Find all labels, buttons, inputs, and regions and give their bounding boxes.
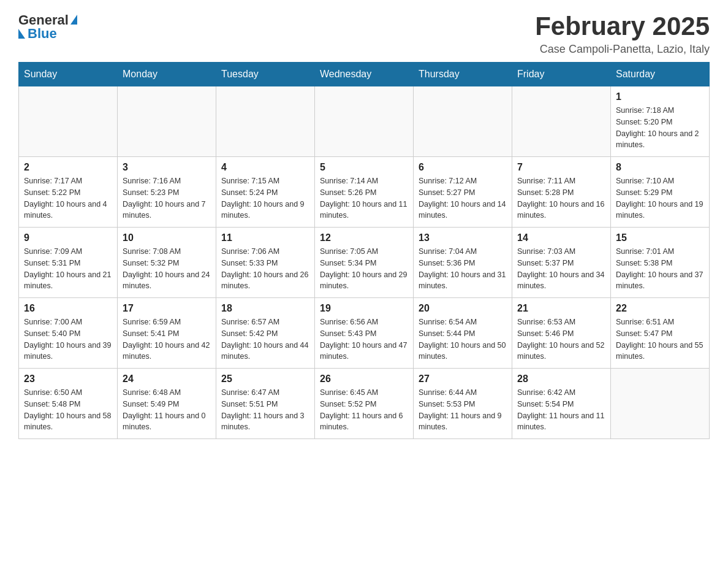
calendar-cell: 8Sunrise: 7:10 AM Sunset: 5:29 PM Daylig…	[611, 157, 710, 228]
day-info: Sunrise: 7:03 AM Sunset: 5:37 PM Dayligh…	[517, 246, 605, 292]
day-number: 7	[517, 162, 605, 173]
day-number: 10	[123, 232, 211, 243]
weekday-header-wednesday: Wednesday	[315, 63, 414, 86]
calendar-cell	[414, 86, 512, 157]
calendar-cell: 28Sunrise: 6:42 AM Sunset: 5:54 PM Dayli…	[512, 369, 611, 439]
calendar-cell	[315, 86, 414, 157]
calendar-cell: 17Sunrise: 6:59 AM Sunset: 5:41 PM Dayli…	[118, 298, 216, 369]
calendar-cell: 3Sunrise: 7:16 AM Sunset: 5:23 PM Daylig…	[118, 157, 216, 228]
calendar-cell: 10Sunrise: 7:08 AM Sunset: 5:32 PM Dayli…	[118, 228, 216, 298]
calendar-cell: 21Sunrise: 6:53 AM Sunset: 5:46 PM Dayli…	[512, 298, 611, 369]
day-info: Sunrise: 7:06 AM Sunset: 5:33 PM Dayligh…	[221, 246, 309, 292]
day-info: Sunrise: 6:44 AM Sunset: 5:53 PM Dayligh…	[419, 387, 507, 433]
calendar-cell: 25Sunrise: 6:47 AM Sunset: 5:51 PM Dayli…	[216, 369, 315, 439]
day-number: 28	[517, 373, 605, 385]
calendar-table: SundayMondayTuesdayWednesdayThursdayFrid…	[18, 62, 710, 439]
day-number: 20	[419, 303, 507, 314]
day-info: Sunrise: 7:10 AM Sunset: 5:29 PM Dayligh…	[616, 175, 704, 221]
calendar-cell: 13Sunrise: 7:04 AM Sunset: 5:36 PM Dayli…	[414, 228, 512, 298]
calendar-cell: 5Sunrise: 7:14 AM Sunset: 5:26 PM Daylig…	[315, 157, 414, 228]
calendar-cell: 20Sunrise: 6:54 AM Sunset: 5:44 PM Dayli…	[414, 298, 512, 369]
day-info: Sunrise: 7:14 AM Sunset: 5:26 PM Dayligh…	[320, 175, 408, 221]
day-info: Sunrise: 6:51 AM Sunset: 5:47 PM Dayligh…	[616, 316, 704, 362]
calendar-cell: 14Sunrise: 7:03 AM Sunset: 5:37 PM Dayli…	[512, 228, 611, 298]
day-number: 9	[24, 232, 112, 243]
day-number: 15	[616, 232, 704, 243]
page-header: General Blue February 2025 Case Campoli-…	[18, 12, 710, 56]
logo-triangle-icon	[70, 15, 77, 25]
calendar-cell: 16Sunrise: 7:00 AM Sunset: 5:40 PM Dayli…	[19, 298, 118, 369]
day-number: 24	[123, 373, 211, 385]
day-number: 12	[320, 232, 408, 243]
weekday-header-row: SundayMondayTuesdayWednesdayThursdayFrid…	[19, 63, 710, 86]
day-info: Sunrise: 6:45 AM Sunset: 5:52 PM Dayligh…	[320, 387, 408, 433]
weekday-header-saturday: Saturday	[611, 63, 710, 86]
day-number: 13	[419, 232, 507, 243]
day-number: 18	[221, 303, 309, 314]
week-row-5: 23Sunrise: 6:50 AM Sunset: 5:48 PM Dayli…	[19, 369, 710, 439]
day-info: Sunrise: 6:53 AM Sunset: 5:46 PM Dayligh…	[517, 316, 605, 362]
day-number: 17	[123, 303, 211, 314]
calendar-cell: 12Sunrise: 7:05 AM Sunset: 5:34 PM Dayli…	[315, 228, 414, 298]
day-number: 11	[221, 232, 309, 243]
calendar-cell	[611, 369, 710, 439]
calendar-cell: 23Sunrise: 6:50 AM Sunset: 5:48 PM Dayli…	[19, 369, 118, 439]
logo-triangle2-icon	[18, 29, 25, 39]
day-number: 22	[616, 303, 704, 314]
weekday-header-thursday: Thursday	[414, 63, 512, 86]
day-number: 23	[24, 373, 112, 385]
calendar-cell	[512, 86, 611, 157]
weekday-header-tuesday: Tuesday	[216, 63, 315, 86]
day-number: 16	[24, 303, 112, 314]
day-number: 26	[320, 373, 408, 385]
day-info: Sunrise: 6:57 AM Sunset: 5:42 PM Dayligh…	[221, 316, 309, 362]
day-number: 5	[320, 162, 408, 173]
calendar-cell: 1Sunrise: 7:18 AM Sunset: 5:20 PM Daylig…	[611, 86, 710, 157]
calendar-cell: 27Sunrise: 6:44 AM Sunset: 5:53 PM Dayli…	[414, 369, 512, 439]
week-row-1: 1Sunrise: 7:18 AM Sunset: 5:20 PM Daylig…	[19, 86, 710, 157]
day-number: 1	[616, 91, 704, 102]
calendar-cell: 24Sunrise: 6:48 AM Sunset: 5:49 PM Dayli…	[118, 369, 216, 439]
day-info: Sunrise: 7:08 AM Sunset: 5:32 PM Dayligh…	[123, 246, 211, 292]
day-number: 14	[517, 232, 605, 243]
day-info: Sunrise: 7:15 AM Sunset: 5:24 PM Dayligh…	[221, 175, 309, 221]
day-info: Sunrise: 6:54 AM Sunset: 5:44 PM Dayligh…	[419, 316, 507, 362]
day-info: Sunrise: 7:05 AM Sunset: 5:34 PM Dayligh…	[320, 246, 408, 292]
day-info: Sunrise: 7:11 AM Sunset: 5:28 PM Dayligh…	[517, 175, 605, 221]
calendar-subtitle: Case Campoli-Panetta, Lazio, Italy	[535, 43, 710, 56]
day-number: 19	[320, 303, 408, 314]
calendar-cell	[19, 86, 118, 157]
calendar-cell: 6Sunrise: 7:12 AM Sunset: 5:27 PM Daylig…	[414, 157, 512, 228]
day-number: 21	[517, 303, 605, 314]
day-info: Sunrise: 6:47 AM Sunset: 5:51 PM Dayligh…	[221, 387, 309, 433]
day-info: Sunrise: 7:16 AM Sunset: 5:23 PM Dayligh…	[123, 175, 211, 221]
weekday-header-sunday: Sunday	[19, 63, 118, 86]
calendar-title: February 2025	[535, 12, 710, 40]
week-row-4: 16Sunrise: 7:00 AM Sunset: 5:40 PM Dayli…	[19, 298, 710, 369]
calendar-cell: 19Sunrise: 6:56 AM Sunset: 5:43 PM Dayli…	[315, 298, 414, 369]
day-number: 4	[221, 162, 309, 173]
day-number: 6	[419, 162, 507, 173]
day-info: Sunrise: 7:00 AM Sunset: 5:40 PM Dayligh…	[24, 316, 112, 362]
calendar-cell: 22Sunrise: 6:51 AM Sunset: 5:47 PM Dayli…	[611, 298, 710, 369]
calendar-cell: 2Sunrise: 7:17 AM Sunset: 5:22 PM Daylig…	[19, 157, 118, 228]
week-row-3: 9Sunrise: 7:09 AM Sunset: 5:31 PM Daylig…	[19, 228, 710, 298]
calendar-cell: 18Sunrise: 6:57 AM Sunset: 5:42 PM Dayli…	[216, 298, 315, 369]
calendar-cell: 9Sunrise: 7:09 AM Sunset: 5:31 PM Daylig…	[19, 228, 118, 298]
calendar-cell: 11Sunrise: 7:06 AM Sunset: 5:33 PM Dayli…	[216, 228, 315, 298]
calendar-cell	[216, 86, 315, 157]
day-info: Sunrise: 7:12 AM Sunset: 5:27 PM Dayligh…	[419, 175, 507, 221]
week-row-2: 2Sunrise: 7:17 AM Sunset: 5:22 PM Daylig…	[19, 157, 710, 228]
title-area: February 2025 Case Campoli-Panetta, Lazi…	[535, 12, 710, 56]
calendar-cell: 26Sunrise: 6:45 AM Sunset: 5:52 PM Dayli…	[315, 369, 414, 439]
day-number: 2	[24, 162, 112, 173]
day-info: Sunrise: 6:59 AM Sunset: 5:41 PM Dayligh…	[123, 316, 211, 362]
calendar-cell: 7Sunrise: 7:11 AM Sunset: 5:28 PM Daylig…	[512, 157, 611, 228]
weekday-header-monday: Monday	[118, 63, 216, 86]
calendar-cell	[118, 86, 216, 157]
day-info: Sunrise: 6:56 AM Sunset: 5:43 PM Dayligh…	[320, 316, 408, 362]
day-info: Sunrise: 7:04 AM Sunset: 5:36 PM Dayligh…	[419, 246, 507, 292]
calendar-cell: 4Sunrise: 7:15 AM Sunset: 5:24 PM Daylig…	[216, 157, 315, 228]
day-info: Sunrise: 7:09 AM Sunset: 5:31 PM Dayligh…	[24, 246, 112, 292]
day-number: 8	[616, 162, 704, 173]
